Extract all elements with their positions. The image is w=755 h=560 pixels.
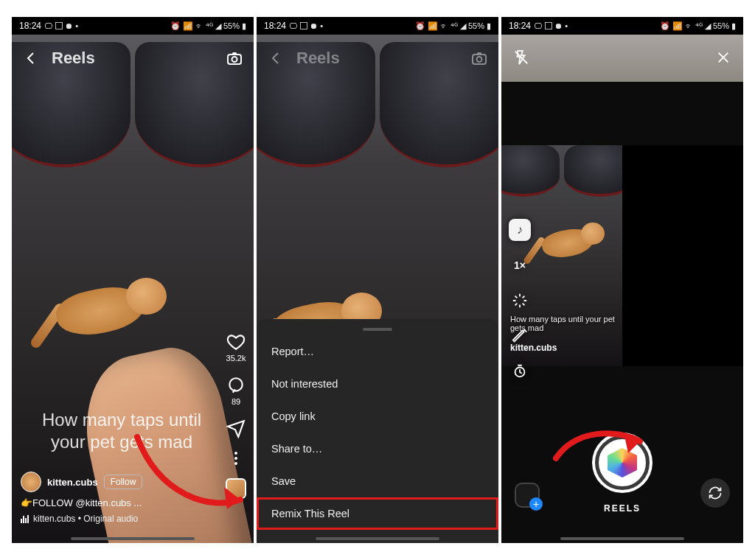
status-right-icons: ⏰ 📶 ᯤ ⁴ᴳ ◢ 55% ▮: [660, 21, 736, 31]
reels-header: Reels: [257, 42, 498, 74]
add-from-gallery-icon: +: [529, 497, 543, 511]
reel-meta: kitten.cubs Follow 👉FOLLOW @kitten.cubs …: [21, 472, 209, 524]
author-avatar[interactable]: [21, 472, 41, 492]
android-nav-pill[interactable]: [316, 537, 439, 540]
gallery-button[interactable]: +: [515, 483, 540, 508]
share-button[interactable]: [226, 419, 246, 438]
menu-share-to[interactable]: Share to…: [257, 433, 498, 465]
remix-camera-screen: How many taps until your pet gets mad ki…: [501, 35, 743, 543]
status-left-icons: 🖵 🞎 ⏺ •: [534, 21, 568, 30]
author-username[interactable]: kitten.cubs: [47, 477, 98, 488]
reels-header: Reels: [12, 42, 254, 74]
camera-icon[interactable]: [469, 48, 490, 69]
menu-report[interactable]: Report…: [257, 335, 498, 368]
back-icon[interactable]: [265, 48, 286, 69]
status-right-icons: ⏰ 📶 ᯤ ⁴ᴳ ◢ 55% ▮: [170, 21, 246, 31]
status-bar: 18:24 🖵 🞎 ⏺ • ⏰ 📶 ᯤ ⁴ᴳ ◢ 55% ▮: [12, 17, 254, 35]
svg-point-2: [229, 378, 242, 391]
status-time: 18:24: [264, 21, 286, 31]
options-bottom-sheet: Report… Not interested Copy link Share t…: [257, 319, 498, 543]
menu-remix-this-reel[interactable]: Remix This Reel: [257, 497, 498, 530]
status-time: 18:24: [19, 21, 41, 31]
reels-logo-icon: [608, 448, 637, 477]
flip-camera-button[interactable]: [700, 478, 730, 508]
screenshot-panel-3: 18:24 🖵 🞎 ⏺ • ⏰ 📶 ᯤ ⁴ᴳ ◢ 55% ▮: [501, 17, 743, 543]
status-right-icons: ⏰ 📶 ᯤ ⁴ᴳ ◢ 55% ▮: [415, 21, 491, 31]
menu-copy-link[interactable]: Copy link: [257, 400, 498, 433]
reel-description[interactable]: 👉FOLLOW @kitten.cubs ...: [21, 497, 209, 508]
remix-top-bar: [501, 35, 743, 82]
action-rail: 35.2k 89: [226, 332, 246, 499]
status-left-icons: 🖵 🞎 ⏺ •: [289, 21, 323, 30]
reel-video[interactable]: How many taps until your pet gets mad: [12, 35, 254, 543]
header-title: Reels: [52, 49, 214, 68]
like-button[interactable]: 35.2k: [226, 332, 246, 363]
reel-caption-overlay: How many taps until your pet gets mad: [34, 409, 209, 453]
audio-info[interactable]: kitten.cubs • Original audio: [21, 514, 209, 524]
follow-button[interactable]: Follow: [104, 475, 143, 489]
touch-up-tool-icon[interactable]: [509, 325, 531, 347]
svg-point-5: [477, 57, 482, 62]
remix-edit-tools: ♪ 1×: [509, 219, 531, 382]
remix-camera-preview: [622, 145, 743, 366]
audio-tool-icon[interactable]: ♪: [509, 219, 531, 241]
android-nav-pill[interactable]: [71, 537, 195, 540]
status-bar: 18:24 🖵 🞎 ⏺ • ⏰ 📶 ᯤ ⁴ᴳ ◢ 55% ▮: [257, 17, 498, 35]
more-options-button[interactable]: [234, 452, 237, 465]
audio-wave-icon: [21, 515, 29, 523]
svg-point-1: [232, 57, 237, 62]
android-nav-pill[interactable]: [560, 537, 684, 540]
comment-count: 89: [232, 397, 240, 406]
timer-tool-icon[interactable]: [509, 360, 531, 382]
menu-not-interested[interactable]: Not interested: [257, 368, 498, 400]
sheet-drag-handle[interactable]: [363, 328, 392, 331]
close-icon[interactable]: [715, 49, 731, 68]
camera-icon[interactable]: [224, 48, 245, 69]
svg-rect-4: [473, 55, 486, 64]
status-bar: 18:24 🖵 🞎 ⏺ • ⏰ 📶 ᯤ ⁴ᴳ ◢ 55% ▮: [501, 17, 743, 35]
back-icon[interactable]: [21, 48, 41, 69]
comment-button[interactable]: 89: [226, 376, 246, 406]
flash-off-icon[interactable]: [513, 49, 529, 68]
status-left-icons: 🖵 🞎 ⏺ •: [44, 21, 78, 30]
screenshot-panel-1: 18:24 🖵 🞎 ⏺ • ⏰ 📶 ᯤ ⁴ᴳ ◢ 55% ▮ How many …: [12, 17, 254, 543]
screenshot-panel-2: 18:24 🖵 🞎 ⏺ • ⏰ 📶 ᯤ ⁴ᴳ ◢ 55% ▮ Reels: [257, 17, 498, 543]
svg-rect-0: [228, 55, 241, 64]
audio-thumbnail[interactable]: [226, 478, 246, 499]
effects-tool-icon[interactable]: [509, 290, 531, 312]
like-count: 35.2k: [226, 354, 246, 363]
speed-tool[interactable]: 1×: [509, 254, 531, 276]
menu-save[interactable]: Save: [257, 465, 498, 497]
header-title: Reels: [296, 49, 459, 68]
audio-label: kitten.cubs • Original audio: [33, 514, 138, 524]
status-time: 18:24: [509, 21, 531, 31]
remix-preview: How many taps until your pet gets mad ki…: [501, 145, 743, 366]
